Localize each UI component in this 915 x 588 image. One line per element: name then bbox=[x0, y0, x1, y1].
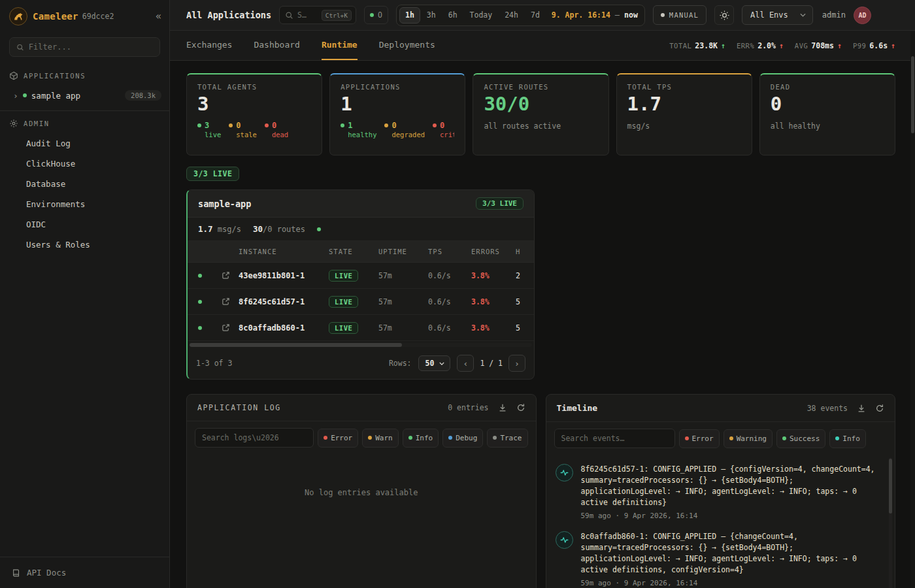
page-title: All Applications bbox=[186, 10, 271, 20]
instances-table-header: INSTANCE STATE UPTIME TPS ERRORS H bbox=[188, 241, 534, 263]
environment-id: 69dcce2 bbox=[82, 12, 114, 21]
search-icon bbox=[285, 11, 293, 20]
manual-label: MANUAL bbox=[669, 11, 699, 19]
external-link-icon[interactable] bbox=[212, 323, 239, 332]
sidebar-item-environments[interactable]: Environments bbox=[0, 194, 169, 214]
admin-nav: Audit Log ClickHouse Database Environmen… bbox=[0, 133, 169, 255]
range-1h[interactable]: 1h bbox=[399, 7, 420, 24]
activity-pulse-icon bbox=[556, 464, 573, 482]
range-today[interactable]: Today bbox=[464, 7, 499, 24]
sidebar-item-audit-log[interactable]: Audit Log bbox=[0, 133, 169, 154]
global-search-input[interactable] bbox=[297, 10, 318, 20]
rows-per-page-select[interactable]: 50 bbox=[418, 355, 451, 371]
instance-row[interactable]: 8f6245c61d57-1 LIVE 57m 0.6/s 3.8% 5 bbox=[188, 289, 534, 315]
instance-status-dot bbox=[198, 300, 202, 304]
event-text: 8f6245c61d57-1: CONFIG_APPLIED — {config… bbox=[581, 464, 878, 508]
download-icon[interactable] bbox=[857, 404, 866, 413]
stat-card-applications: APPLICATIONS 1 1 healthy 0 degraded bbox=[329, 73, 465, 155]
refresh-icon[interactable] bbox=[875, 404, 884, 413]
scrollbar-thumb[interactable] bbox=[889, 459, 892, 514]
external-link-icon[interactable] bbox=[212, 297, 239, 306]
log-filter-trace[interactable]: Trace bbox=[487, 429, 527, 448]
timeline-filter-warning[interactable]: Warning bbox=[724, 429, 773, 448]
traffic-metrics: TOTAL 23.8K ↑ ERR% 2.0% ↑ AVG 708ms ↑ P9… bbox=[669, 31, 895, 60]
global-search[interactable]: Ctrl+K bbox=[279, 6, 356, 24]
sample-app-card: sample-app 3/3 LIVE 1.7 msg/s 30/0 route… bbox=[186, 189, 535, 380]
next-page-button[interactable]: › bbox=[508, 355, 525, 372]
chevron-down-icon bbox=[800, 13, 806, 17]
log-filter-warn[interactable]: Warn bbox=[362, 429, 399, 448]
current-user-label: admin bbox=[822, 10, 846, 20]
online-status-chip[interactable]: O bbox=[364, 6, 388, 24]
topbar: All Applications Ctrl+K O 1h 3h 6h Today… bbox=[170, 0, 915, 31]
timeline-filter-success[interactable]: Success bbox=[776, 429, 825, 448]
timeline-title: Timeline bbox=[557, 403, 598, 413]
sidebar-filter-input[interactable] bbox=[9, 37, 160, 57]
runtime-content: TOTAL AGENTS 3 3 live 0 stale bbox=[170, 61, 915, 588]
app-live-badge: 3/3 LIVE bbox=[476, 197, 524, 210]
timeline-event[interactable]: 8c0affadb860-1: CONFIG_APPLIED — {change… bbox=[556, 531, 878, 587]
range-7d[interactable]: 7d bbox=[525, 7, 546, 24]
range-24h[interactable]: 24h bbox=[499, 7, 524, 24]
sidebar-app-label: sample app bbox=[31, 91, 80, 101]
tab-exchanges[interactable]: Exchanges bbox=[186, 31, 232, 60]
log-filter-debug[interactable]: Debug bbox=[442, 429, 483, 448]
sidebar-item-sample-app[interactable]: › sample app 208.3k bbox=[0, 86, 169, 105]
timeline-filter-info[interactable]: Info bbox=[829, 429, 866, 448]
log-filter-info[interactable]: Info bbox=[403, 429, 439, 448]
cameleer-logo-icon bbox=[9, 7, 27, 25]
instance-status-dot bbox=[198, 274, 202, 278]
sidebar-item-clickhouse[interactable]: ClickHouse bbox=[0, 154, 169, 174]
activity-pulse-icon bbox=[556, 531, 573, 549]
online-label: O bbox=[378, 10, 382, 20]
trend-up-icon: ↑ bbox=[779, 41, 784, 50]
instance-row[interactable]: 43ee9811b801-1 LIVE 57m 0.6/s 3.8% 2 bbox=[188, 263, 534, 289]
scrollbar-thumb[interactable] bbox=[911, 56, 914, 133]
sidebar-item-database[interactable]: Database bbox=[0, 174, 169, 194]
sidebar-item-users-roles[interactable]: Users & Roles bbox=[0, 235, 169, 255]
range-3h[interactable]: 3h bbox=[421, 7, 442, 24]
external-link-icon[interactable] bbox=[212, 271, 239, 280]
metric-err: ERR% 2.0% ↑ bbox=[737, 41, 784, 50]
instance-status-dot bbox=[198, 326, 202, 330]
theme-toggle-button[interactable] bbox=[714, 5, 734, 25]
log-search-input[interactable] bbox=[195, 428, 314, 448]
page-scrollbar[interactable] bbox=[910, 31, 915, 588]
scrollbar-thumb[interactable] bbox=[190, 343, 402, 347]
applications-cube-icon bbox=[9, 71, 18, 80]
tab-runtime[interactable]: Runtime bbox=[322, 31, 358, 60]
range-start-datetime[interactable]: 9. Apr. 16:14 bbox=[552, 10, 610, 20]
stat-cards-row: TOTAL AGENTS 3 3 live 0 stale bbox=[186, 73, 895, 155]
instance-row[interactable]: 8c0affadb860-1 LIVE 57m 0.6/s 3.8% 5 bbox=[188, 315, 534, 341]
log-filter-error[interactable]: Error bbox=[318, 429, 358, 448]
prev-page-button[interactable]: ‹ bbox=[457, 355, 474, 372]
sidebar-collapse-button[interactable]: « bbox=[156, 10, 161, 22]
tab-deployments[interactable]: Deployments bbox=[379, 31, 435, 60]
timeline-search-input[interactable] bbox=[554, 429, 675, 448]
page-indicator: 1 / 1 bbox=[480, 359, 503, 368]
range-separator: — bbox=[615, 10, 620, 20]
sidebar-filter bbox=[0, 32, 169, 65]
applications-section-label: APPLICATIONS bbox=[24, 72, 86, 80]
refresh-icon[interactable] bbox=[516, 403, 525, 412]
timeline-event[interactable]: 8f6245c61d57-1: CONFIG_APPLIED — {config… bbox=[556, 464, 878, 520]
tab-dashboard[interactable]: Dashboard bbox=[254, 31, 299, 60]
download-icon[interactable] bbox=[498, 403, 507, 412]
book-icon bbox=[12, 568, 21, 578]
horizontal-scrollbar[interactable] bbox=[190, 343, 532, 347]
user-avatar[interactable]: AD bbox=[854, 7, 871, 24]
refresh-mode-manual-button[interactable]: MANUAL bbox=[653, 5, 707, 25]
environments-dropdown[interactable]: All Envs bbox=[742, 5, 813, 25]
chevron-right-icon: › bbox=[13, 91, 18, 101]
sidebar-item-api-docs[interactable]: API Docs bbox=[9, 564, 160, 581]
timeline-scrollbar[interactable] bbox=[889, 457, 892, 588]
sidebar-item-oidc[interactable]: OIDC bbox=[0, 214, 169, 235]
agents-dead-stat: 0 dead bbox=[265, 121, 288, 140]
sidebar-filter-field[interactable] bbox=[29, 42, 153, 52]
range-end-now[interactable]: now bbox=[624, 10, 638, 20]
message-count-badge: 208.3k bbox=[125, 90, 161, 101]
timeline-filter-error[interactable]: Error bbox=[679, 429, 720, 448]
sun-icon bbox=[720, 10, 729, 20]
range-6h[interactable]: 6h bbox=[442, 7, 463, 24]
state-badge: LIVE bbox=[329, 322, 358, 334]
